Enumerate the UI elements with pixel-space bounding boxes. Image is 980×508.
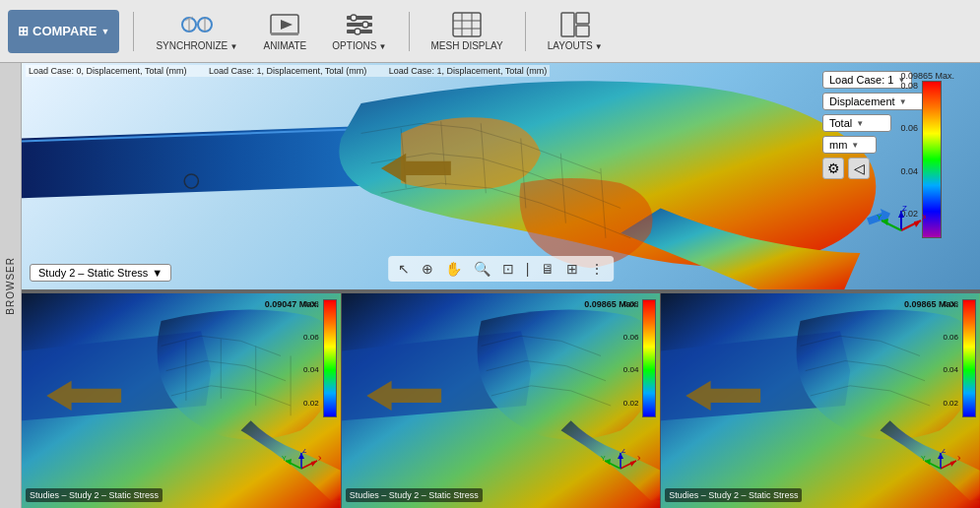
layouts-button[interactable]: LAYOUTS [540, 7, 611, 55]
svg-text:Y: Y [877, 213, 882, 222]
sub-label-1: Studies – Study 2 – Static Stress [26, 488, 163, 502]
svg-point-9 [362, 22, 368, 28]
svg-text:X: X [957, 455, 960, 462]
svg-rect-11 [453, 13, 481, 36]
sub-viewport-1[interactable]: 0.09047 Max. 0.08 0.06 0.04 0.02 X [22, 293, 342, 508]
svg-text:X: X [318, 455, 321, 462]
main-viewport[interactable]: Load Case: 0, Displacement, Total (mm) L… [22, 63, 980, 291]
compare-button[interactable]: ⊞ COMPARE ▼ [8, 10, 119, 53]
svg-rect-16 [561, 13, 574, 36]
mesh-display-label: MESH DISPLAY [431, 40, 503, 51]
more-options-button[interactable]: ⋮ [586, 259, 608, 279]
mm-dropdown[interactable]: mm ▼ [822, 136, 877, 154]
options-label: OPTIONS [332, 40, 386, 51]
svg-rect-4 [271, 32, 298, 35]
svg-rect-18 [576, 26, 589, 36]
svg-marker-23 [914, 221, 921, 227]
toolbar-separator-3 [525, 12, 526, 51]
study-dropdown[interactable]: Study 2 – Static Stress ▼ [30, 264, 171, 282]
sub-viewport-3[interactable]: 0.09865 Max. 0.08 0.06 0.04 0.02 X [661, 293, 980, 508]
viewport-area: Load Case: 0, Displacement, Total (mm) L… [22, 63, 980, 508]
load-case-label: Load Case: 1 [829, 74, 893, 86]
layouts-label: LAYOUTS [548, 40, 603, 51]
sub-axes-3: X Z Y [921, 449, 960, 488]
sub-legend-bar-2 [642, 299, 656, 417]
sub3-v3: 0.04 [943, 365, 958, 374]
sub1-v4: 0.02 [303, 399, 319, 408]
legend-v3: 0.04 [900, 166, 918, 176]
svg-rect-17 [576, 13, 589, 24]
zoom-tool-button[interactable]: 🔍 [470, 259, 494, 279]
options-button[interactable]: OPTIONS [324, 7, 394, 55]
rotate-tool-button[interactable]: ⊕ [418, 259, 437, 279]
arrow-left-button[interactable]: ◁ [848, 158, 870, 179]
svg-marker-3 [281, 20, 293, 30]
study-dropdown-arrow: ▼ [152, 267, 163, 279]
sub-label-2: Studies – Study 2 – Static Stress [346, 488, 483, 502]
displacement-label: Displacement [829, 95, 895, 107]
sub-legend-bar-1 [323, 299, 337, 417]
mm-arrow: ▼ [851, 141, 859, 150]
grid-button[interactable]: ⊞ [562, 259, 582, 279]
svg-marker-56 [950, 461, 956, 467]
sub-viewport-2[interactable]: 0.09865 Max. 0.08 0.06 0.04 0.02 X [342, 293, 662, 508]
compare-label: COMPARE [33, 24, 97, 38]
sub3-v4: 0.02 [943, 399, 958, 408]
animate-button[interactable]: ANIMATE [255, 7, 314, 55]
svg-text:Z: Z [942, 449, 947, 454]
layouts-icon [559, 11, 591, 38]
mesh-display-icon [451, 11, 483, 38]
browser-sidebar[interactable]: BROWSER [0, 63, 22, 508]
total-label: Total [829, 117, 852, 129]
gear-icon: ⚙ [827, 160, 840, 176]
main-content-area: BROWSER [0, 63, 980, 508]
svg-marker-34 [311, 461, 317, 467]
legend-v2: 0.06 [900, 123, 918, 133]
svg-point-10 [355, 29, 360, 34]
coordinate-axes-svg: X Z Y [877, 206, 926, 255]
sub-legend-1: 0.08 0.06 0.04 0.02 [303, 299, 337, 417]
animate-icon [269, 11, 300, 38]
mm-label: mm [829, 139, 847, 151]
svg-text:Z: Z [302, 449, 307, 454]
svg-text:Z: Z [621, 449, 626, 454]
viewport-bottom-toolbar: ↖ ⊕ ✋ 🔍 ⊡ | 🖥 ⊞ ⋮ [388, 256, 615, 282]
synchronize-icon [181, 11, 213, 38]
sub2-v4: 0.02 [623, 399, 639, 408]
pan-tool-button[interactable]: ✋ [441, 259, 466, 279]
display-mode-button[interactable]: 🖥 [537, 259, 558, 279]
total-arrow: ▼ [856, 119, 864, 128]
synchronize-label: SYNCHRONIZE [156, 40, 237, 51]
svg-text:Y: Y [921, 455, 926, 462]
animate-label: ANIMATE [263, 40, 306, 51]
legend-v1: 0.08 [900, 81, 918, 91]
sub-label-3: Studies – Study 2 – Static Stress [665, 488, 802, 502]
options-icon [344, 11, 375, 38]
svg-marker-45 [630, 461, 636, 467]
sub-legend-bar-3 [962, 299, 976, 417]
load-case-dropdown[interactable]: Load Case: 1 ▼ [822, 71, 912, 89]
svg-point-8 [351, 15, 357, 21]
sub2-v2: 0.06 [623, 333, 639, 342]
sub-legend-2: 0.08 0.06 0.04 0.02 [623, 299, 657, 417]
arrow-left-icon: ◁ [854, 160, 865, 176]
svg-text:Y: Y [601, 455, 606, 462]
compare-dropdown-arrow: ▼ [100, 27, 109, 36]
sub-legend-3: 0.08 0.06 0.04 0.02 [943, 299, 976, 417]
caption-text-3: Load Case: 1, Displacement, Total (mm) [389, 66, 547, 76]
total-dropdown[interactable]: Total ▼ [822, 114, 891, 132]
bottom-panel: 0.09047 Max. 0.08 0.06 0.04 0.02 X [22, 291, 980, 508]
fit-tool-button[interactable]: ⊡ [498, 259, 518, 279]
sub3-v2: 0.06 [943, 333, 958, 342]
mesh-display-button[interactable]: MESH DISPLAY [424, 7, 511, 55]
synchronize-button[interactable]: SYNCHRONIZE [148, 7, 245, 55]
toolbar-separator-2 [409, 12, 410, 51]
legend-max-label: 0.09865 Max. [900, 71, 954, 81]
main-toolbar: ⊞ COMPARE ▼ SYNCHRONIZE ANIMATE [0, 0, 980, 63]
caption-text-2: Load Case: 1, Displacement, Total (mm) [209, 66, 366, 76]
select-tool-button[interactable]: ↖ [394, 259, 414, 279]
sub1-v1: 0.08 [303, 299, 319, 308]
main-viewport-caption: Load Case: 0, Displacement, Total (mm) L… [26, 65, 550, 77]
sub2-v3: 0.04 [623, 365, 639, 374]
gear-button[interactable]: ⚙ [822, 158, 844, 179]
